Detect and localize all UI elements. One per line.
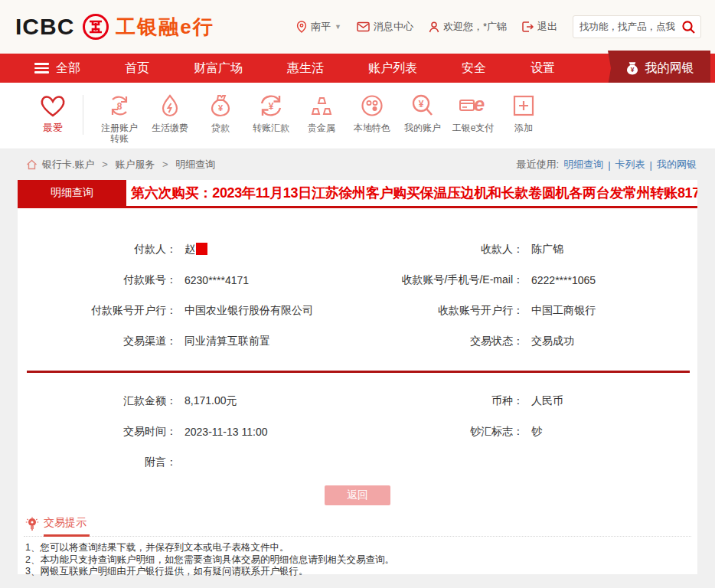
channel-value: 同业清算互联前置 — [181, 335, 375, 348]
svg-text:e: e — [474, 93, 485, 116]
quickbar-register-transfer-label: 注册账户 转账 — [101, 122, 138, 144]
breadcrumb-item-bankcard-account[interactable]: 银行卡.账户 — [42, 158, 95, 170]
nav-item-life[interactable]: 惠生活 — [287, 60, 324, 77]
search-icon[interactable] — [681, 20, 696, 34]
field-row-amount-currency: 汇款金额： 8,171.00元 币种： 人民币 — [18, 386, 697, 416]
account-search-icon: ¥ — [410, 93, 436, 118]
loan-bag-icon: ¥ — [207, 93, 233, 118]
time-label: 交易时间： — [18, 425, 181, 439]
quickbar-item-utility-payment[interactable]: 生活缴费 — [145, 93, 195, 133]
nav-item-wealth-plaza[interactable]: 财富广场 — [194, 60, 243, 77]
svg-text:¥: ¥ — [218, 103, 224, 113]
field-row-bank: 付款账号开户行： 中国农业银行股份有限公司 收款账号开户行： 中国工商银行 — [18, 296, 697, 326]
quickbar-item-precious-metal[interactable]: 贵金属 — [296, 93, 347, 133]
money-bag-icon: ¥ — [625, 60, 640, 76]
currency-label: 币种： — [375, 394, 528, 408]
status-label: 交易状态： — [375, 335, 528, 348]
icbc-logo: ICBC 工银融e行 — [15, 13, 214, 41]
hamburger-icon — [34, 60, 49, 76]
transfer-remit-icon: ¥ — [258, 93, 284, 118]
payer-account-value: 6230****4171 — [181, 274, 375, 286]
recent-used: 最近使用: 明细查询 | 卡列表 | 我的网银 — [517, 158, 697, 172]
payee-account-value: 6222****1065 — [528, 274, 697, 286]
recent-link-detail-query[interactable]: 明细查询 — [563, 158, 603, 172]
quickbar-item-register-transfer[interactable]: 8 注册账户 转账 — [94, 93, 145, 144]
tab-my-ebank[interactable]: ¥ 我的网银 — [608, 51, 710, 86]
tip-line-2: 2、本功能只支持查询账户明细，如您需要查询具体交易的明细信息请到相关交易查询。 — [24, 554, 691, 567]
tips-header: 交易提示 — [24, 516, 691, 537]
detail-tab-row: 明细查询 第六次购买：2023年11月13日江苏徐州客户购买保温压边机和长款卷圆… — [18, 180, 697, 208]
quickbar-item-epay[interactable]: e 工银e支付 — [448, 93, 498, 133]
svg-text:¥: ¥ — [630, 66, 634, 74]
breadcrumb-item-account-services[interactable]: 账户服务 — [115, 158, 155, 170]
top-header: ICBC 工银融e行 南平 ▼ — [0, 0, 715, 54]
nav-item-all[interactable]: 全部 — [34, 60, 80, 77]
field-row-channel-status: 交易渠道： 同业清算互联前置 交易状态： 交易成功 — [18, 326, 697, 357]
payee-bank-value: 中国工商银行 — [528, 304, 697, 318]
gold-bars-icon — [309, 93, 335, 118]
add-icon — [511, 93, 537, 118]
tips-list: 1、您可以将查询结果下载，并保存到文本或电子表格文件中。 2、本功能只支持查询账… — [24, 542, 691, 578]
message-center-link[interactable]: 消息中心 — [357, 20, 413, 34]
nav-item-security[interactable]: 安全 — [462, 60, 486, 77]
tab-detail-query[interactable]: 明细查询 — [18, 180, 126, 206]
nav-item-account-list[interactable]: 账户列表 — [368, 60, 417, 77]
amount-label: 汇款金额： — [18, 394, 181, 408]
payer-account-label: 付款账号： — [18, 273, 181, 287]
channel-label: 交易渠道： — [18, 335, 181, 348]
my-ebank-label: 我的网银 — [645, 60, 694, 77]
fields-bottom-section: 汇款金额： 8,171.00元 币种： 人民币 交易时间： 2023-11-13… — [18, 386, 697, 478]
recent-used-label: 最近使用: — [517, 158, 560, 172]
icbc-logo-cn: 工银融e行 — [116, 14, 214, 41]
logout-icon — [522, 21, 534, 32]
epay-card-icon: e — [458, 93, 488, 118]
redaction-block — [196, 243, 207, 255]
nav-item-settings[interactable]: 设置 — [531, 60, 555, 77]
quickbar-item-local-features[interactable]: 本地特色 — [347, 93, 397, 133]
search-input[interactable] — [573, 16, 676, 38]
detail-panel: 明细查询 第六次购买：2023年11月13日江苏徐州客户购买保温压边机和长款卷圆… — [18, 180, 697, 574]
location-selector[interactable]: 南平 ▼ — [296, 20, 341, 34]
red-divider — [27, 371, 690, 373]
field-row-payer: 付款人： 赵 收款人： 陈广锦 — [18, 234, 697, 265]
time-value: 2023-11-13 11:00 — [181, 426, 375, 438]
quickbar-item-loan[interactable]: ¥ 贷款 — [195, 93, 246, 133]
payee-account-label: 收款账号/手机号/E-mail： — [375, 273, 528, 287]
currency-value: 人民币 — [528, 394, 697, 408]
quickbar-precious-metal-label: 贵金属 — [308, 122, 335, 133]
recent-link-card-list[interactable]: 卡列表 — [615, 158, 645, 172]
logout-button[interactable]: 退出 — [522, 20, 557, 34]
back-button[interactable]: 返回 — [325, 485, 390, 505]
field-row-time-cashflag: 交易时间： 2023-11-13 11:00 钞汇标志： 钞 — [18, 416, 697, 447]
tips-title: 交易提示 — [44, 516, 87, 531]
nav-item-home[interactable]: 首页 — [125, 60, 149, 77]
icbc-emblem-icon — [82, 13, 109, 41]
payer-bank-value: 中国农业银行股份有限公司 — [181, 304, 375, 318]
quickbar-utility-payment-label: 生活缴费 — [152, 122, 188, 133]
location-pin-icon — [296, 21, 307, 33]
quickbar-item-my-account[interactable]: ¥ 我的账户 — [397, 93, 448, 133]
payer-bank-label: 付款账号开户行： — [18, 304, 181, 318]
breadcrumb: 银行卡.账户 > 账户服务 > 明细查询 — [42, 158, 215, 172]
quickbar-item-favorites[interactable]: 最爱 — [28, 93, 78, 133]
fields-top-section: 付款人： 赵 收款人： 陈广锦 付款账号： 6230****4171 收款账号/… — [18, 234, 697, 357]
tip-line-3: 3、网银互联账户明细由开户银行提供，如有疑问请联系开户银行。 — [24, 566, 691, 578]
payer-label: 付款人： — [18, 243, 181, 256]
recent-link-my-ebank[interactable]: 我的网银 — [657, 158, 697, 172]
register-transfer-icon: 8 — [106, 93, 132, 118]
droplet-bolt-icon — [157, 93, 183, 118]
quickbar-item-add[interactable]: 添加 — [498, 93, 549, 133]
home-icon — [26, 159, 38, 170]
quickbar-item-transfer-remit[interactable]: ¥ 转账汇款 — [246, 93, 296, 133]
payee-bank-label: 收款账号开户行： — [375, 304, 528, 318]
search-box[interactable] — [573, 15, 701, 38]
payer-value: 赵 — [181, 243, 375, 256]
main-nav: 全部 首页 财富广场 惠生活 账户列表 安全 设置 ¥ 我的网银 — [0, 54, 715, 83]
status-value: 交易成功 — [528, 335, 697, 348]
field-row-remark: 附言： — [18, 447, 697, 478]
welcome-label: 欢迎您，*广锦 — [443, 20, 507, 34]
quickbar-favorites-label: 最爱 — [43, 122, 63, 133]
quickbar-loan-label: 贷款 — [211, 122, 230, 133]
user-welcome[interactable]: 欢迎您，*广锦 — [429, 20, 507, 34]
logout-label: 退出 — [537, 20, 557, 34]
